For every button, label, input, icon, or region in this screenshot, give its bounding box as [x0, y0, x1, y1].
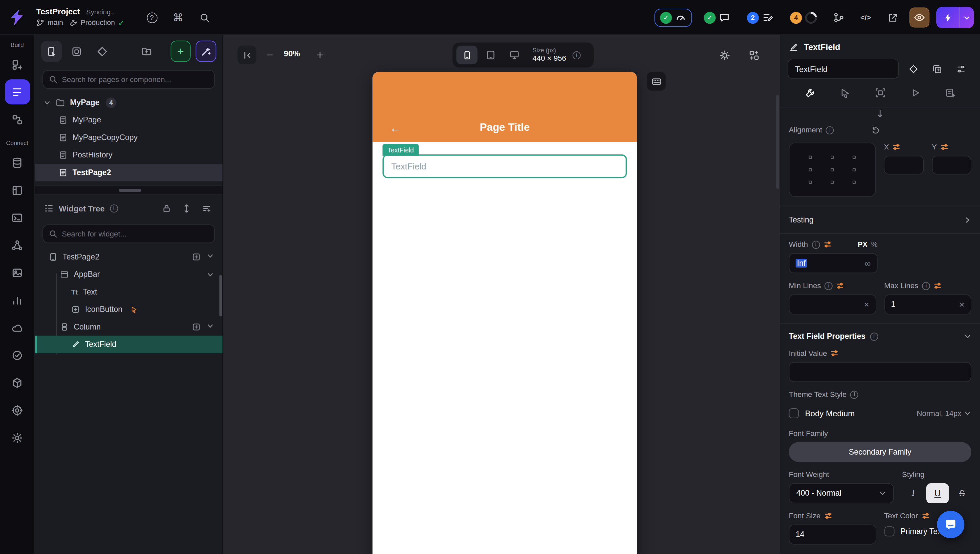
command-menu-button[interactable]: ⌘	[169, 9, 187, 26]
cloud-functions-icon[interactable]	[5, 315, 30, 340]
unit-px[interactable]: PX	[858, 241, 868, 248]
widget-name-input[interactable]	[788, 59, 899, 79]
issues-pill[interactable]: 4	[785, 9, 822, 26]
appbar-preview[interactable]: ← Page Title	[372, 72, 637, 142]
device-tablet-button[interactable]	[480, 46, 501, 64]
text-color-checkbox[interactable]	[884, 526, 894, 536]
canvas-scrollbar[interactable]	[776, 95, 779, 189]
page-row[interactable]: MyPage	[35, 111, 223, 129]
reports-icon[interactable]	[5, 288, 30, 312]
set-variable-icon[interactable]	[824, 241, 831, 248]
unit-percent[interactable]: %	[871, 241, 878, 248]
pages-search-input[interactable]	[62, 71, 209, 88]
max-lines-input[interactable]: 1 ×	[884, 295, 971, 315]
widget-tree-scrollbar[interactable]	[220, 275, 222, 317]
device-desktop-button[interactable]	[504, 46, 525, 64]
underline-button[interactable]: U	[926, 483, 949, 503]
reset-alignment-icon[interactable]	[872, 126, 880, 134]
set-variable-icon[interactable]	[940, 143, 948, 150]
help-button[interactable]: ?	[143, 9, 161, 26]
page-row-selected[interactable]: TestPage2	[35, 164, 223, 181]
keyboard-shortcut-button[interactable]	[647, 72, 665, 91]
text-style-selector[interactable]: Body Medium Normal, 14px	[789, 403, 971, 424]
data-types-icon[interactable]	[5, 177, 30, 202]
tab-animations[interactable]	[904, 82, 926, 104]
branch-menu-button[interactable]	[829, 7, 849, 27]
theme-mode-toggle[interactable]	[715, 46, 733, 64]
set-variable-icon[interactable]	[934, 282, 941, 289]
tree-row-appbar[interactable]: AppBar	[35, 266, 223, 283]
italic-button[interactable]: I	[902, 483, 924, 503]
todos-pill[interactable]: 2	[742, 9, 778, 26]
tree-row-textfield-selected[interactable]: TextField	[35, 336, 223, 353]
font-weight-select[interactable]: 400 - Normal	[789, 483, 894, 503]
add-page-button[interactable]: +	[170, 41, 191, 62]
clear-icon[interactable]: ×	[959, 299, 964, 309]
package-icon[interactable]	[5, 370, 30, 395]
splitter-handle[interactable]	[119, 189, 141, 192]
page-selector-icon[interactable]	[5, 80, 30, 104]
page-title[interactable]: Page Title	[372, 121, 637, 134]
panel-splitter[interactable]	[35, 185, 223, 194]
code-view-button[interactable]: </>	[856, 7, 876, 27]
textfield-props-header[interactable]: Text Field Properties i	[789, 324, 971, 349]
collapse-panel-button[interactable]	[237, 46, 256, 64]
pages-view-button[interactable]	[41, 41, 62, 62]
media-assets-icon[interactable]	[5, 260, 30, 285]
device-phone-button[interactable]	[456, 46, 477, 64]
preview-button[interactable]	[909, 7, 929, 27]
tree-row-text[interactable]: Tt Text	[35, 283, 223, 301]
page-row[interactable]: PostHistory	[35, 146, 223, 164]
branch-name[interactable]: main	[47, 19, 63, 27]
run-button[interactable]	[936, 7, 974, 29]
search-button[interactable]	[196, 9, 213, 26]
save-as-component-button[interactable]	[928, 59, 946, 78]
project-health-pill[interactable]: ✓	[655, 8, 692, 26]
initial-value-input[interactable]	[789, 362, 971, 382]
run-dropdown-chevron-icon[interactable]	[959, 7, 974, 29]
tab-padding[interactable]	[869, 82, 891, 104]
widget-search-input[interactable]	[62, 225, 209, 242]
strikethrough-button[interactable]: S	[951, 483, 973, 503]
flutterflow-logo-icon[interactable]	[6, 7, 28, 28]
tab-actions[interactable]	[834, 82, 856, 104]
lock-icon[interactable]	[159, 204, 174, 213]
y-input[interactable]	[932, 156, 971, 174]
tree-row-column[interactable]: Column	[35, 318, 223, 336]
testing-section-header[interactable]: Testing	[780, 206, 980, 233]
theme-diamond-button[interactable]	[904, 59, 923, 78]
chevron-down-icon[interactable]	[207, 271, 214, 278]
clear-icon[interactable]: ×	[864, 299, 869, 309]
x-input[interactable]	[884, 156, 924, 174]
tab-properties[interactable]	[799, 82, 821, 104]
tree-options-icon[interactable]	[199, 204, 214, 213]
min-lines-input[interactable]: ×	[789, 295, 876, 315]
theme-widgets-button[interactable]	[92, 41, 112, 62]
settings-gear-icon[interactable]	[5, 425, 30, 450]
storyboard-icon[interactable]	[5, 107, 30, 132]
page-row[interactable]: MyPageCopyCopy	[35, 129, 223, 146]
font-size-input[interactable]: 14	[789, 525, 876, 544]
set-variable-icon[interactable]	[892, 143, 900, 150]
chevron-down-icon[interactable]	[44, 99, 51, 106]
back-arrow-icon[interactable]: ←	[385, 121, 406, 135]
textfield-widget-selected[interactable]: TextField TextField	[382, 154, 627, 178]
ai-generate-page-button[interactable]	[196, 41, 216, 62]
tree-row-page[interactable]: TestPage2	[35, 248, 223, 266]
zoom-level[interactable]: 90%	[275, 49, 309, 58]
components-view-button[interactable]	[67, 41, 87, 62]
add-folder-button[interactable]	[136, 41, 156, 62]
environment-name[interactable]: Production	[81, 19, 115, 27]
add-widget-icon[interactable]	[192, 253, 200, 261]
width-input[interactable]: Inf ∞	[789, 253, 878, 273]
chat-support-button[interactable]	[937, 511, 964, 538]
widget-options-button[interactable]	[951, 59, 970, 78]
infinity-icon[interactable]: ∞	[864, 258, 871, 268]
zoom-in-button[interactable]	[311, 46, 329, 64]
add-widget-icon[interactable]	[192, 323, 200, 331]
chevron-down-icon[interactable]	[207, 323, 214, 331]
tab-tests[interactable]	[939, 82, 961, 104]
database-icon[interactable]	[5, 150, 30, 175]
widget-palette-icon[interactable]	[5, 52, 30, 77]
set-variable-icon[interactable]	[831, 350, 838, 357]
